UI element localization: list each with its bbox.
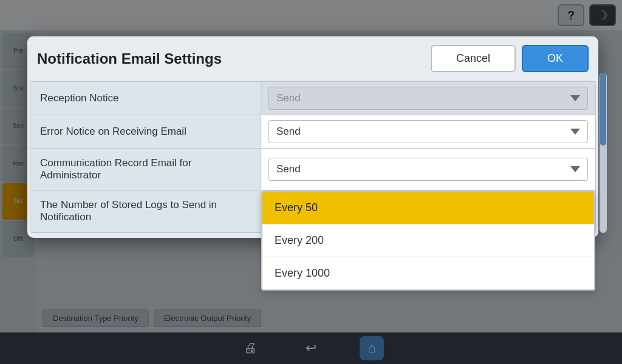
option-every-200[interactable]: Every 200 bbox=[262, 224, 594, 257]
reception-notice-arrow-icon bbox=[570, 95, 580, 101]
error-notice-arrow-icon bbox=[570, 129, 580, 135]
dialog-scrollbar[interactable] bbox=[600, 73, 607, 233]
stored-logs-control: Every 50 Every 200 Every 1000 bbox=[261, 190, 595, 232]
reception-notice-value: Send bbox=[276, 92, 301, 104]
stored-logs-dropdown: Every 50 Every 200 Every 1000 bbox=[261, 190, 595, 291]
comm-record-label: Communication Record Email for Administr… bbox=[30, 149, 261, 190]
notification-email-dialog: Notification Email Settings Cancel OK Re… bbox=[27, 36, 598, 238]
comm-record-value: Send bbox=[276, 163, 301, 175]
reception-notice-select[interactable]: Send bbox=[268, 87, 588, 110]
comm-record-control: Send bbox=[261, 149, 595, 190]
reception-notice-label: Reception Notice bbox=[30, 82, 261, 115]
reception-notice-control: Send bbox=[261, 82, 595, 115]
dialog-scrollbar-thumb bbox=[600, 73, 606, 146]
cancel-button[interactable]: Cancel bbox=[431, 45, 516, 72]
ok-button[interactable]: OK bbox=[522, 45, 589, 72]
option-every-1000[interactable]: Every 1000 bbox=[262, 257, 594, 289]
error-notice-row: Error Notice on Receiving Email Send bbox=[30, 115, 595, 149]
comm-record-row: Communication Record Email for Administr… bbox=[30, 149, 595, 190]
dialog-buttons: Cancel OK bbox=[431, 45, 589, 72]
dialog-header: Notification Email Settings Cancel OK bbox=[27, 36, 598, 81]
error-notice-control: Send bbox=[261, 115, 595, 148]
error-notice-value: Send bbox=[276, 126, 301, 138]
comm-record-arrow-icon bbox=[570, 166, 580, 172]
error-notice-label: Error Notice on Receiving Email bbox=[30, 115, 261, 148]
reception-notice-row: Reception Notice Send bbox=[30, 81, 595, 115]
comm-record-select[interactable]: Send bbox=[268, 158, 588, 181]
stored-logs-row: The Number of Stored Logs to Send in Not… bbox=[30, 190, 595, 232]
stored-logs-label: The Number of Stored Logs to Send in Not… bbox=[30, 190, 261, 232]
dialog-body: Reception Notice Send Error Notice on Re… bbox=[30, 81, 596, 233]
error-notice-select[interactable]: Send bbox=[268, 120, 588, 143]
dialog-title: Notification Email Settings bbox=[37, 50, 222, 67]
option-every-50[interactable]: Every 50 bbox=[262, 192, 594, 224]
